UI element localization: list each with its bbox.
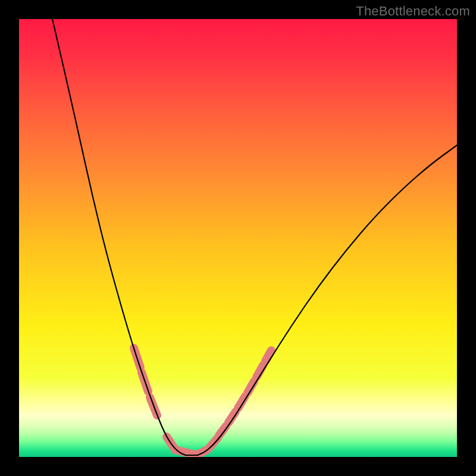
series-lines	[52, 19, 457, 455]
series-left-branch	[52, 19, 186, 455]
plot-area	[19, 19, 457, 457]
chart-frame: TheBottleneck.com	[0, 0, 476, 476]
curve-layer	[19, 19, 457, 457]
watermark-text: TheBottleneck.com	[356, 4, 470, 19]
highlight-segments	[134, 348, 271, 455]
highlight-segment	[209, 438, 218, 447]
